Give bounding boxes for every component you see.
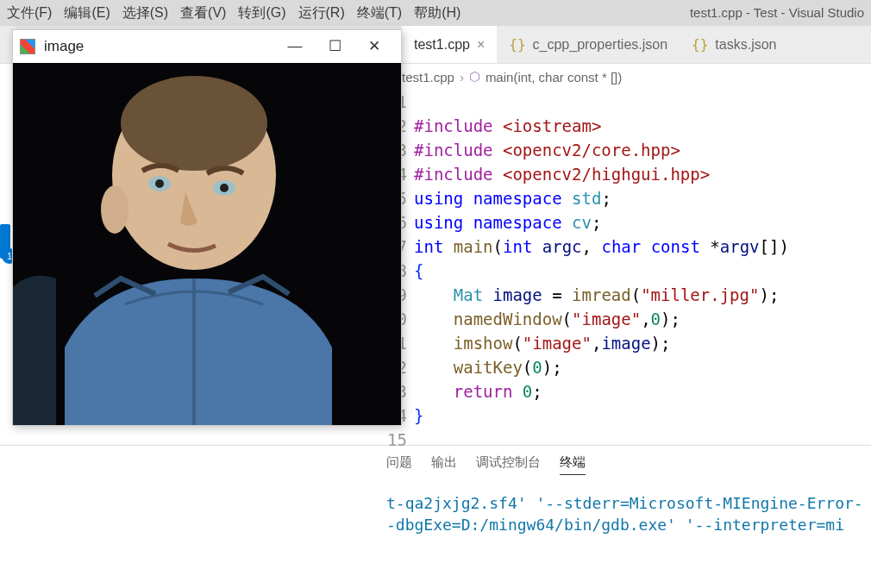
breadcrumb-symbol[interactable]: main(int, char const * [])	[486, 70, 622, 84]
image-display	[13, 63, 401, 425]
close-icon[interactable]: ×	[477, 37, 485, 53]
minimize-button[interactable]: —	[275, 30, 315, 63]
menu-select[interactable]: 选择(S)	[122, 4, 168, 22]
image-window-titlebar[interactable]: image — ☐ ✕	[13, 30, 401, 63]
panel-tabs: 问题 输出 调试控制台 终端	[383, 454, 871, 475]
symbol-icon: ⬡	[469, 69, 480, 84]
image-window-title: image	[44, 38, 275, 55]
tab-label: tasks.json	[715, 37, 776, 53]
tab-label: c_cpp_properties.json	[533, 37, 668, 53]
svg-point-5	[155, 179, 164, 188]
image-window[interactable]: image — ☐ ✕	[12, 29, 402, 426]
menu-file[interactable]: 文件(F)	[7, 4, 52, 22]
menu-help[interactable]: 帮助(H)	[414, 4, 461, 22]
tab-label: test1.cpp	[414, 37, 470, 53]
svg-point-6	[220, 184, 229, 192]
menu-run[interactable]: 运行(R)	[298, 4, 345, 22]
svg-point-7	[101, 185, 128, 234]
panel-tab-output[interactable]: 输出	[431, 454, 457, 475]
json-icon: {}	[509, 36, 525, 53]
tab-test1-cpp[interactable]: test1.cpp ×	[402, 26, 497, 63]
code-content[interactable]: #include <iostream> #include <opencv2/co…	[414, 90, 789, 445]
menu-edit[interactable]: 编辑(E)	[64, 4, 110, 22]
app-icon	[20, 39, 35, 54]
close-button[interactable]: ✕	[354, 30, 394, 63]
panel-tab-terminal[interactable]: 终端	[560, 454, 586, 475]
panel-tab-debug[interactable]: 调试控制台	[476, 454, 541, 475]
app-title: test1.cpp - Test - Visual Studio	[690, 5, 864, 20]
menu-view[interactable]: 查看(V)	[180, 4, 226, 22]
terminal-output[interactable]: t-qa2jxjg2.sf4' '--stderr=Microsoft-MIEn…	[383, 475, 871, 535]
breadcrumb-file[interactable]: test1.cpp	[402, 70, 454, 84]
json-icon: {}	[692, 36, 708, 53]
chevron-right-icon: ›	[460, 70, 464, 84]
menu-go[interactable]: 转到(G)	[238, 4, 285, 22]
menu-terminal[interactable]: 终端(T)	[357, 4, 402, 22]
maximize-button[interactable]: ☐	[315, 30, 354, 63]
bottom-panel: 问题 输出 调试控制台 终端 t-qa2jxjg2.sf4' '--stderr…	[0, 445, 871, 535]
svg-point-2	[121, 76, 267, 171]
tab-c-cpp-properties[interactable]: {} c_cpp_properties.json	[497, 26, 680, 63]
panel-tab-problems[interactable]: 问题	[386, 454, 412, 475]
tab-tasks-json[interactable]: {} tasks.json	[680, 26, 788, 63]
